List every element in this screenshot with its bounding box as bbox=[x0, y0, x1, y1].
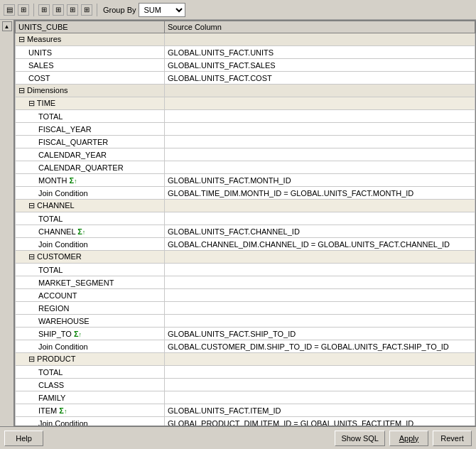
cell-name: UNITS bbox=[16, 46, 165, 59]
show-sql-button[interactable]: Show SQL bbox=[335, 431, 385, 446]
table-row: ⊟ TIME bbox=[16, 97, 475, 110]
cell-source bbox=[165, 110, 475, 123]
toolbar-icon-5[interactable]: ⊞ bbox=[67, 4, 78, 16]
cell-source bbox=[165, 123, 475, 136]
toolbar-separator-1 bbox=[33, 4, 34, 16]
cell-name: ⊟ Measures bbox=[16, 33, 165, 46]
toolbar-icon-2[interactable]: ⊞ bbox=[18, 4, 29, 16]
data-table: UNITS_CUBE Source Column ⊟ MeasuresUNITS… bbox=[15, 21, 475, 426]
table-row: FISCAL_QUARTER bbox=[16, 136, 475, 148]
table-container[interactable]: UNITS_CUBE Source Column ⊟ MeasuresUNITS… bbox=[14, 20, 476, 426]
main-content: ▲ UNITS_CUBE Source Column ⊟ MeasuresUNI… bbox=[0, 20, 476, 426]
table-row: SHIP_TO Σ↑GLOBAL.UNITS_FACT.SHIP_TO_ID bbox=[16, 328, 475, 340]
toolbar: ▤ ⊞ ⊞ ⊞ ⊞ ⊞ Group By SUM AVG COUNT MIN M… bbox=[0, 0, 476, 20]
scroll-up-arrow[interactable]: ▲ bbox=[2, 21, 12, 31]
cell-source: GLOBAL.PRODUCT_DIM.ITEM_ID = GLOBAL.UNIT… bbox=[165, 417, 475, 427]
cell-source: GLOBAL.UNITS_FACT.MONTH_ID bbox=[165, 174, 475, 187]
table-row: Join ConditionGLOBAL.TIME_DIM.MONTH_ID =… bbox=[16, 187, 475, 200]
cell-source bbox=[165, 366, 475, 379]
sum-select[interactable]: SUM AVG COUNT MIN MAX bbox=[139, 3, 185, 17]
cell-source bbox=[165, 379, 475, 391]
cell-source bbox=[165, 264, 475, 276]
table-row: ⊟ PRODUCT bbox=[16, 353, 475, 366]
cell-source bbox=[165, 136, 475, 148]
cell-name: FISCAL_YEAR bbox=[16, 123, 165, 136]
cell-name: SALES bbox=[16, 59, 165, 72]
cell-source bbox=[165, 353, 475, 366]
footer: Help Show SQL Apply Revert bbox=[0, 426, 476, 449]
cell-source bbox=[165, 289, 475, 302]
cell-name: ACCOUNT bbox=[16, 289, 165, 302]
cell-source bbox=[165, 302, 475, 315]
cell-source: GLOBAL.UNITS_FACT.COST bbox=[165, 72, 475, 85]
cell-source bbox=[165, 161, 475, 174]
cell-source bbox=[165, 251, 475, 264]
cell-name: MONTH Σ↑ bbox=[16, 174, 165, 187]
cell-source bbox=[165, 391, 475, 404]
col-header-source: Source Column bbox=[165, 21, 475, 33]
toolbar-separator-2 bbox=[97, 4, 97, 16]
table-row: TOTAL bbox=[16, 110, 475, 123]
cell-source bbox=[165, 276, 475, 289]
toolbar-icon-3[interactable]: ⊞ bbox=[38, 4, 50, 16]
cell-source bbox=[165, 33, 475, 46]
cell-source bbox=[165, 148, 475, 161]
cell-source: GLOBAL.UNITS_FACT.UNITS bbox=[165, 46, 475, 59]
table-row: MARKET_SEGMENT bbox=[16, 276, 475, 289]
toolbar-icon-1[interactable]: ▤ bbox=[4, 4, 15, 16]
table-row: Join ConditionGLOBAL.CHANNEL_DIM.CHANNEL… bbox=[16, 238, 475, 251]
cell-source: GLOBAL.TIME_DIM.MONTH_ID = GLOBAL.UNITS_… bbox=[165, 187, 475, 200]
cell-name: TOTAL bbox=[16, 366, 165, 379]
cell-source bbox=[165, 97, 475, 110]
cell-name: TOTAL bbox=[16, 212, 165, 225]
revert-button[interactable]: Revert bbox=[433, 431, 472, 446]
cell-source: GLOBAL.CUSTOMER_DIM.SHIP_TO_ID = GLOBAL.… bbox=[165, 340, 475, 353]
table-row: Join ConditionGLOBAL.CUSTOMER_DIM.SHIP_T… bbox=[16, 340, 475, 353]
cell-name: CHANNEL Σ↑ bbox=[16, 225, 165, 238]
table-row: CALENDAR_YEAR bbox=[16, 148, 475, 161]
cell-name: ITEM Σ↑ bbox=[16, 404, 165, 417]
table-row: UNITSGLOBAL.UNITS_FACT.UNITS bbox=[16, 46, 475, 59]
table-row: CLASS bbox=[16, 379, 475, 391]
table-row: FISCAL_YEAR bbox=[16, 123, 475, 136]
cell-name: ⊟ TIME bbox=[16, 97, 165, 110]
table-row: SALESGLOBAL.UNITS_FACT.SALES bbox=[16, 59, 475, 72]
cell-source: GLOBAL.UNITS_FACT.SHIP_TO_ID bbox=[165, 328, 475, 340]
cell-source: GLOBAL.UNITS_FACT.SALES bbox=[165, 59, 475, 72]
apply-button[interactable]: Apply bbox=[389, 431, 428, 446]
cell-name: ⊟ CUSTOMER bbox=[16, 251, 165, 264]
table-row: CALENDAR_QUARTER bbox=[16, 161, 475, 174]
cell-name: FISCAL_QUARTER bbox=[16, 136, 165, 148]
left-panel: ▲ bbox=[0, 20, 14, 426]
table-row: TOTAL bbox=[16, 264, 475, 276]
cell-source: GLOBAL.UNITS_FACT.ITEM_ID bbox=[165, 404, 475, 417]
cell-name: ⊟ PRODUCT bbox=[16, 353, 165, 366]
cell-name: Join Condition bbox=[16, 238, 165, 251]
cell-name: REGION bbox=[16, 302, 165, 315]
footer-left: Help bbox=[4, 431, 43, 446]
cell-name: MARKET_SEGMENT bbox=[16, 276, 165, 289]
table-row: CHANNEL Σ↑GLOBAL.UNITS_FACT.CHANNEL_ID bbox=[16, 225, 475, 238]
table-row: ITEM Σ↑GLOBAL.UNITS_FACT.ITEM_ID bbox=[16, 404, 475, 417]
footer-right: Show SQL Apply Revert bbox=[335, 431, 472, 446]
table-row: TOTAL bbox=[16, 366, 475, 379]
table-row: ⊟ Dimensions bbox=[16, 85, 475, 97]
table-row: FAMILY bbox=[16, 391, 475, 404]
table-row: MONTH Σ↑GLOBAL.UNITS_FACT.MONTH_ID bbox=[16, 174, 475, 187]
table-row: COSTGLOBAL.UNITS_FACT.COST bbox=[16, 72, 475, 85]
help-button[interactable]: Help bbox=[4, 431, 43, 446]
table-row: ⊟ Measures bbox=[16, 33, 475, 46]
table-row: REGION bbox=[16, 302, 475, 315]
cell-source: GLOBAL.CHANNEL_DIM.CHANNEL_ID = GLOBAL.U… bbox=[165, 238, 475, 251]
cell-name: FAMILY bbox=[16, 391, 165, 404]
cell-name: CALENDAR_YEAR bbox=[16, 148, 165, 161]
cell-source: GLOBAL.UNITS_FACT.CHANNEL_ID bbox=[165, 225, 475, 238]
toolbar-icon-4[interactable]: ⊞ bbox=[53, 4, 64, 16]
toolbar-icon-6[interactable]: ⊞ bbox=[81, 4, 92, 16]
table-row: ⊟ CHANNEL bbox=[16, 200, 475, 212]
table-row: ⊟ CUSTOMER bbox=[16, 251, 475, 264]
cell-name: ⊟ CHANNEL bbox=[16, 200, 165, 212]
col-header-name: UNITS_CUBE bbox=[16, 21, 165, 33]
table-row: TOTAL bbox=[16, 212, 475, 225]
cell-name: Join Condition bbox=[16, 187, 165, 200]
